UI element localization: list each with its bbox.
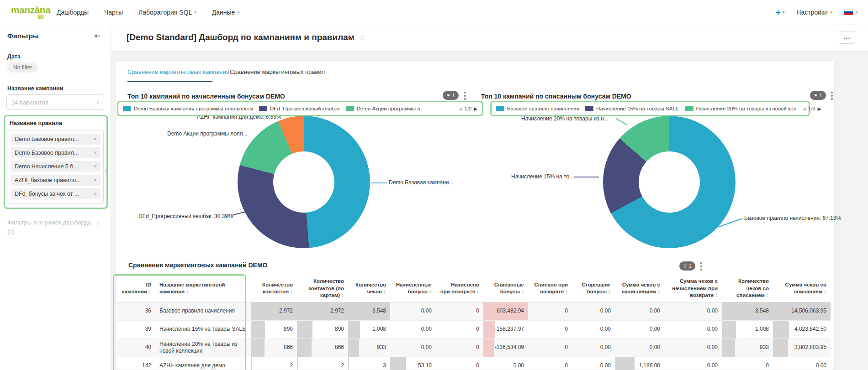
column-header[interactable]: Сумма чеков с начислением при возврате▲▼: [664, 275, 722, 302]
chart2-filter-badge[interactable]: 1: [810, 91, 826, 100]
column-header[interactable]: Количество чеков со списанием▲▼: [722, 275, 773, 302]
cell-metric-value: 0: [528, 357, 572, 370]
cell-metric-value: 933: [722, 339, 773, 357]
remove-chip-icon[interactable]: ×: [94, 177, 97, 183]
legend-swatch: [585, 106, 593, 111]
column-header[interactable]: Начислено при возврате▲▼: [436, 275, 483, 302]
cell-campaign-id: 39: [117, 320, 155, 339]
legend-next-icon[interactable]: ▶: [474, 106, 477, 111]
remove-chip-icon[interactable]: ×: [94, 163, 97, 170]
settings-menu[interactable]: Настройки ▾: [796, 9, 832, 16]
manzana-bi-logo[interactable]: manzàna BI: [0, 5, 50, 20]
chevron-down-icon[interactable]: ∨: [104, 167, 107, 172]
cell-metric-value: 0.00: [664, 302, 722, 320]
sort-icon: ▲▼: [715, 293, 718, 298]
rule-filter-chip[interactable]: Demo Базовое правил...×: [11, 147, 101, 158]
remove-chip-icon[interactable]: ×: [94, 136, 97, 142]
legend-item[interactable]: DFd_Прогрессивный кешбэк: [259, 106, 340, 111]
donut-slice-label: Demo Акции программы лоял...: [167, 130, 248, 137]
filters-outside-dashboard[interactable]: Фильтры вне рамок дашборда (0): [7, 218, 99, 236]
nav-item-3[interactable]: Данные▾: [212, 9, 239, 16]
chart2-kebab-menu-icon[interactable]: •••: [830, 91, 834, 100]
cell-metric-value: 0.00: [390, 302, 436, 320]
legend-next-icon[interactable]: ▶: [818, 106, 821, 111]
table-row[interactable]: 39Начисление 15% на товары SALE8908901,0…: [117, 320, 831, 339]
collapse-sidebar-icon[interactable]: ⇤: [95, 31, 101, 40]
legend-item[interactable]: Начисление 15% на товары SALE: [585, 106, 679, 111]
donut-chart-accrued-bonuses[interactable]: [238, 116, 370, 248]
logo-wordmark: manzàna: [11, 5, 50, 15]
more-options-button[interactable]: ...: [839, 31, 855, 44]
settings-label: Настройки: [796, 9, 828, 16]
chart1-filter-badge[interactable]: 1: [443, 91, 459, 100]
cell-metric-value: 2: [297, 357, 348, 370]
legend-prev-icon[interactable]: ◀: [459, 106, 462, 111]
donut-chart-redeemed-bonuses[interactable]: [603, 116, 736, 248]
column-header[interactable]: Количество контактов▲▼: [251, 275, 297, 302]
cell-metric-value: 3,802,803.95: [773, 339, 831, 357]
legend-prev-icon[interactable]: ◀: [802, 106, 806, 111]
legend-item[interactable]: Начисление 20% на товары из новой кол: [685, 106, 797, 111]
sort-icon: ▲▼: [657, 290, 660, 294]
column-header[interactable]: Название маркетинговой кампании▲▼: [155, 275, 251, 302]
legend-item[interactable]: Базовое правило начисления: [496, 106, 579, 111]
nav-item-2[interactable]: Лаборатория SQL▾: [138, 9, 196, 16]
comparison-table-wrap: ID кампании▲▼Название маркетинговой камп…: [117, 275, 832, 370]
cell-metric-value: 0: [528, 320, 572, 339]
label-leader-line: [616, 118, 628, 125]
date-filter-value[interactable]: No filter: [7, 63, 38, 73]
favorite-star-icon[interactable]: ☆: [359, 33, 366, 42]
column-header[interactable]: Списанные бонусы▲▼: [483, 275, 528, 302]
column-header[interactable]: Количество контактов (по картам)▲▼: [297, 275, 348, 302]
nav-item-0[interactable]: Дашборды: [57, 9, 89, 16]
chart1-kebab-menu-icon[interactable]: •••: [463, 91, 467, 100]
tab-rule-comparison[interactable]: Сравнение маркетинговых правил: [230, 68, 325, 75]
cell-metric-value: 0.00: [664, 339, 722, 357]
donut-slice-label: Начисление 15% на то...: [511, 173, 574, 180]
column-header[interactable]: Сумма чеков со списанием▲▼: [773, 275, 831, 302]
campaign-comparison-table[interactable]: ID кампании▲▼Название маркетинговой камп…: [117, 275, 831, 370]
rule-filter-chip[interactable]: AZHI_базовое правило...×: [11, 175, 101, 186]
russian-flag-icon: [844, 9, 853, 16]
donut-slice-label: Начисление 20% на товары из н...: [521, 115, 609, 122]
language-switcher[interactable]: ▾: [844, 9, 858, 16]
cell-metric-value: 0: [528, 339, 572, 357]
add-button[interactable]: + ▾: [776, 7, 785, 17]
chevron-down-icon: ▾: [783, 10, 785, 15]
column-header[interactable]: Начисленные бонусы▲▼: [390, 275, 436, 302]
table-row[interactable]: 142AZHI- кампания для демо22353.1000.000…: [117, 357, 831, 370]
remove-chip-icon[interactable]: ×: [94, 150, 97, 156]
column-header[interactable]: Сгоревшие бонусы▲▼: [572, 275, 615, 302]
rule-filter-chip[interactable]: Demo Начисление 5 б...×: [11, 161, 101, 172]
cell-metric-value: 2,972: [251, 302, 297, 320]
tab-campaign-comparison[interactable]: Сравнение маркетинговых кампаний: [127, 68, 229, 75]
legend-swatch: [685, 106, 693, 111]
table-row[interactable]: 40Начисление 20% на товары из новой колл…: [117, 339, 831, 357]
sort-icon: ▲▼: [341, 293, 344, 298]
column-header[interactable]: Сумма чеков с начислением▲▼: [615, 275, 664, 302]
cell-metric-value: 3,548: [348, 302, 390, 320]
table-row[interactable]: 36Базовое правило начисления2,9722,9723,…: [117, 302, 831, 320]
table-kebab-menu-icon[interactable]: •••: [699, 261, 704, 271]
chart1-legend: Demo Базовая кампания программы лояльнос…: [117, 101, 483, 116]
legend-item[interactable]: Demo Акции программы л: [346, 106, 420, 111]
sort-icon: ▲▼: [383, 290, 386, 294]
column-header[interactable]: Количество чеков▲▼: [348, 275, 390, 302]
label-leader-line: [574, 177, 599, 177]
rule-filter-chip[interactable]: DFd_бонусы за чек от ...×: [11, 188, 101, 199]
nav-item-1[interactable]: Чарты: [104, 9, 123, 16]
rule-filter-multiselect[interactable]: Demo Базовое правил...×Demo Базовое прав…: [8, 130, 104, 204]
campaign-filter-select[interactable]: 14 вариантов ∨: [6, 94, 104, 110]
table-title: Сравнение маркетинговых кампаний DEMO: [128, 261, 267, 269]
rule-filter-chip[interactable]: Demo Базовое правил...×: [11, 134, 101, 145]
remove-chip-icon[interactable]: ×: [94, 191, 97, 197]
legend-page-indicator: 1/3: [808, 106, 815, 111]
column-header[interactable]: Списано при возврате▲▼: [528, 275, 572, 302]
chart1-title: Топ 10 кампаний по начисленным бонусам D…: [127, 93, 285, 100]
sort-icon: ▲▼: [476, 290, 479, 294]
cell-metric-value: 0.00: [572, 320, 615, 339]
table-filter-badge[interactable]: 1: [679, 261, 695, 271]
column-header[interactable]: ID кампании▲▼: [117, 275, 155, 302]
chart2-legend: Базовое правило начисленияНачисление 15%…: [490, 101, 810, 116]
legend-item[interactable]: Demo Базовая кампания программы лояльнос…: [123, 106, 253, 111]
